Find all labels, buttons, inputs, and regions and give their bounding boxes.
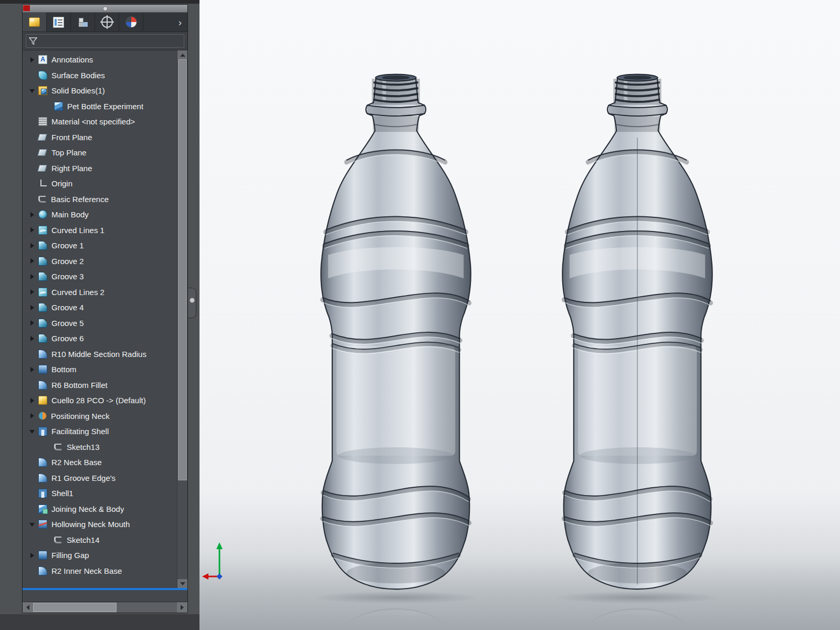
tree-item-groove-3[interactable]: Groove 3 — [23, 269, 177, 285]
tree-item-r2-neck-base[interactable]: R2 Neck Base — [23, 455, 177, 470]
tree-horizontal-scrollbar[interactable] — [23, 602, 187, 613]
expand-arrow-icon[interactable] — [27, 552, 38, 559]
tree-item-r6-bottom-fillet[interactable]: R6 Bottom Fillet — [23, 377, 177, 393]
expand-arrow-icon[interactable] — [27, 335, 38, 342]
tree-item-positioning-neck[interactable]: Positioning Neck — [23, 408, 177, 424]
tree-item-basic-reference[interactable]: Basic Reference — [23, 192, 177, 207]
tree-item-top-plane[interactable]: Top Plane — [23, 145, 177, 161]
tab-propertymanager[interactable] — [47, 13, 71, 32]
tree-item-pet-bottle-experiment[interactable]: Pet Bottle Experiment — [23, 99, 177, 114]
scroll-right-button[interactable] — [177, 602, 187, 613]
sketch-icon — [54, 444, 61, 450]
tree-item-facilitating-shell[interactable]: Facilitating Shell — [23, 424, 177, 439]
arrow-spacer — [27, 118, 38, 125]
tree-item-shell1[interactable]: Shell1 — [23, 486, 177, 501]
expand-arrow-icon[interactable] — [27, 226, 38, 234]
tree-item-solid-bodies-1[interactable]: Solid Bodies(1) — [23, 83, 177, 99]
curve-icon — [38, 226, 47, 235]
tree-item-origin[interactable]: Origin — [23, 176, 177, 192]
viewport-3d[interactable] — [200, 0, 840, 630]
bottom-dark-strip — [0, 614, 200, 630]
filter-input[interactable] — [40, 35, 184, 47]
plane-icon — [37, 149, 47, 156]
tree-item-label: Pet Bottle Experiment — [67, 102, 143, 111]
tree-item-sketch13[interactable]: Sketch13 — [23, 439, 177, 455]
configurationmanager-icon — [78, 17, 88, 27]
tree-item-right-plane[interactable]: Right Plane — [23, 161, 177, 176]
expand-arrow-icon[interactable] — [27, 257, 38, 265]
tree-item-label: Origin — [51, 179, 72, 188]
tree-item-r10-middle-section-radius[interactable]: R10 Middle Section Radius — [23, 346, 177, 362]
tree-item-annotations[interactable]: Annotations — [23, 52, 177, 68]
tree-item-curved-lines-1[interactable]: Curved Lines 1 — [23, 223, 177, 238]
filter-box[interactable] — [26, 34, 184, 48]
sketch-icon — [54, 537, 61, 543]
collapse-arrow-icon[interactable] — [27, 521, 38, 528]
horizontal-scroll-thumb[interactable] — [33, 603, 117, 612]
tree-vertical-scrollbar[interactable] — [177, 50, 187, 588]
tree-item-label: Top Plane — [51, 148, 87, 157]
panel-collapse-handle[interactable] — [188, 288, 196, 318]
vertical-scroll-track[interactable] — [177, 59, 187, 579]
tree-item-bottom[interactable]: Bottom — [23, 362, 177, 377]
pet-bottle-model-left[interactable] — [312, 72, 479, 599]
tree-item-front-plane[interactable]: Front Plane — [23, 130, 177, 145]
expand-arrow-icon[interactable] — [27, 288, 38, 296]
expand-arrow-icon[interactable] — [27, 56, 38, 64]
scroll-down-button[interactable] — [177, 579, 187, 588]
tab-featuremanager[interactable] — [23, 13, 47, 32]
tab-displaymanager[interactable] — [119, 13, 143, 32]
expand-arrow-icon[interactable] — [27, 412, 38, 419]
tree-item-groove-4[interactable]: Groove 4 — [23, 300, 177, 316]
tree-item-r1-groove-edge-s[interactable]: R1 Groove Edge's — [23, 470, 177, 486]
tree-item-sketch14[interactable]: Sketch14 — [23, 532, 177, 548]
pet-bottle-model-right[interactable] — [554, 72, 721, 599]
tab-dimxpertmanager[interactable] — [95, 13, 119, 32]
tree-item-surface-bodies[interactable]: Surface Bodies — [23, 68, 177, 83]
tab-configurationmanager[interactable] — [71, 13, 95, 32]
arrow-spacer — [27, 381, 38, 388]
combine-icon — [38, 505, 47, 513]
horizontal-scroll-track[interactable] — [33, 602, 177, 613]
vertical-scroll-thumb[interactable] — [178, 59, 187, 480]
expand-arrow-icon[interactable] — [27, 397, 38, 404]
expand-arrow-icon[interactable] — [27, 242, 38, 249]
tree-item-main-body[interactable]: Main Body — [23, 207, 177, 223]
surface-bodies-icon — [38, 71, 47, 80]
groove-icon — [38, 272, 47, 281]
tree-item-groove-6[interactable]: Groove 6 — [23, 331, 177, 346]
tree-item-groove-5[interactable]: Groove 5 — [23, 316, 177, 331]
collapse-arrow-icon[interactable] — [27, 428, 38, 435]
tree-item-filling-gap[interactable]: Filling Gap — [23, 548, 177, 563]
filter-bar — [23, 32, 187, 50]
tree-item-material-not-specified[interactable]: Material <not specified> — [23, 114, 177, 130]
collapse-arrow-icon[interactable] — [27, 87, 38, 94]
panel-titlebar[interactable] — [23, 5, 187, 13]
arrow-spacer — [43, 443, 54, 450]
scroll-up-button[interactable] — [177, 50, 187, 59]
tree-item-hollowing-neck-mouth[interactable]: Hollowing Neck Mouth — [23, 517, 177, 532]
dimxpertmanager-icon — [101, 16, 113, 28]
tree-item-label: Curved Lines 1 — [51, 226, 104, 235]
expand-arrow-icon[interactable] — [27, 304, 38, 311]
expand-arrow-icon[interactable] — [27, 273, 38, 280]
tree-item-cuello-28-pco-default[interactable]: Cuello 28 PCO -> (Default) — [23, 393, 177, 408]
tree-item-groove-1[interactable]: Groove 1 — [23, 238, 177, 254]
top-dark-strip — [0, 0, 200, 4]
arrow-spacer — [27, 180, 38, 187]
scroll-left-button[interactable] — [23, 602, 33, 613]
tree-item-label: R2 Neck Base — [51, 458, 102, 467]
tree-item-groove-2[interactable]: Groove 2 — [23, 254, 177, 269]
tree-item-r2-inner-neck-base[interactable]: R2 Inner Neck Base — [23, 563, 177, 579]
orientation-triad — [201, 540, 234, 584]
tree-item-curved-lines-2[interactable]: Curved Lines 2 — [23, 285, 177, 300]
boss-icon — [38, 551, 47, 560]
tree-item-label: Curved Lines 2 — [51, 288, 104, 297]
tree-item-label: Sketch13 — [67, 443, 100, 452]
expand-arrow-icon[interactable] — [27, 366, 38, 373]
expand-arrow-icon[interactable] — [27, 211, 38, 218]
expand-arrow-icon[interactable] — [27, 319, 38, 327]
triangle-left-icon — [26, 605, 29, 610]
tab-overflow-chevron-icon[interactable]: › — [173, 13, 187, 32]
tree-item-joining-neck-body[interactable]: Joining Neck & Body — [23, 501, 177, 517]
